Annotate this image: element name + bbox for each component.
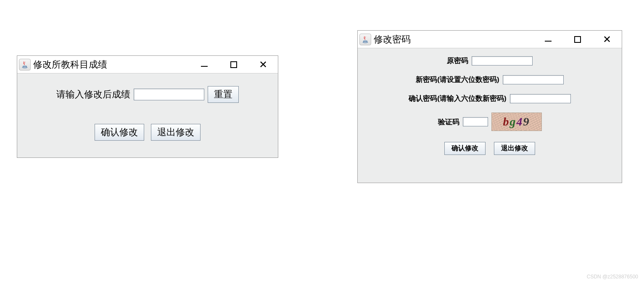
captcha-row: 验证码 bg49 [438,113,542,131]
client-area: 请输入修改后成绩 重置 确认修改 退出修改 [17,73,278,157]
captcha-text: bg49 [503,115,530,128]
java-icon [359,34,371,45]
captcha-image[interactable]: bg49 [491,113,542,131]
score-label: 请输入修改后成绩 [56,88,130,101]
confirm-password-label: 确认密码(请输入六位数新密码) [409,94,506,103]
new-password-label: 新密码(请设置六位数密码) [416,75,499,84]
window-title: 修改密码 [374,33,533,46]
old-password-input[interactable] [472,56,533,66]
confirm-password-input[interactable] [510,94,571,103]
watermark: CSDN @z2528876500 [587,274,638,280]
maximize-button[interactable] [219,56,248,73]
score-row: 请输入修改后成绩 重置 [21,86,274,103]
titlebar[interactable]: 修改密码 ✕ [358,31,622,48]
new-password-row: 新密码(请设置六位数密码) [416,75,563,84]
close-button[interactable]: ✕ [248,56,278,73]
close-button[interactable]: ✕ [592,31,622,48]
captcha-label: 验证码 [438,117,459,127]
change-password-window: 修改密码 ✕ 原密码 新密码(请设置六位数密码) 确认密码(请输入六位数新密码)… [357,30,622,183]
captcha-input[interactable] [463,117,488,126]
java-icon [19,59,31,71]
client-area: 原密码 新密码(请设置六位数密码) 确认密码(请输入六位数新密码) 验证码 bg… [358,48,622,183]
old-password-row: 原密码 [447,56,533,66]
exit-modify-button[interactable]: 退出修改 [151,124,201,141]
confirm-modify-button[interactable]: 确认修改 [444,142,486,155]
confirm-password-row: 确认密码(请输入六位数新密码) [409,94,570,103]
new-password-input[interactable] [503,75,564,84]
svg-point-1 [22,67,27,68]
window-controls: ✕ [190,56,278,73]
button-row: 确认修改 退出修改 [444,142,535,155]
titlebar[interactable]: 修改所教科目成绩 ✕ [17,56,278,73]
modify-score-window: 修改所教科目成绩 ✕ 请输入修改后成绩 重置 确认修改 退出修改 [17,55,278,158]
old-password-label: 原密码 [447,56,468,66]
exit-modify-button[interactable]: 退出修改 [494,142,535,155]
window-title: 修改所教科目成绩 [33,58,190,71]
reset-button[interactable]: 重置 [208,86,239,103]
maximize-button[interactable] [563,31,592,48]
svg-point-3 [363,42,368,43]
minimize-button[interactable] [533,31,563,48]
button-row: 确认修改 退出修改 [21,124,274,141]
confirm-modify-button[interactable]: 确认修改 [95,124,144,141]
window-controls: ✕ [533,31,622,48]
score-input[interactable] [134,89,204,100]
minimize-button[interactable] [190,56,219,73]
